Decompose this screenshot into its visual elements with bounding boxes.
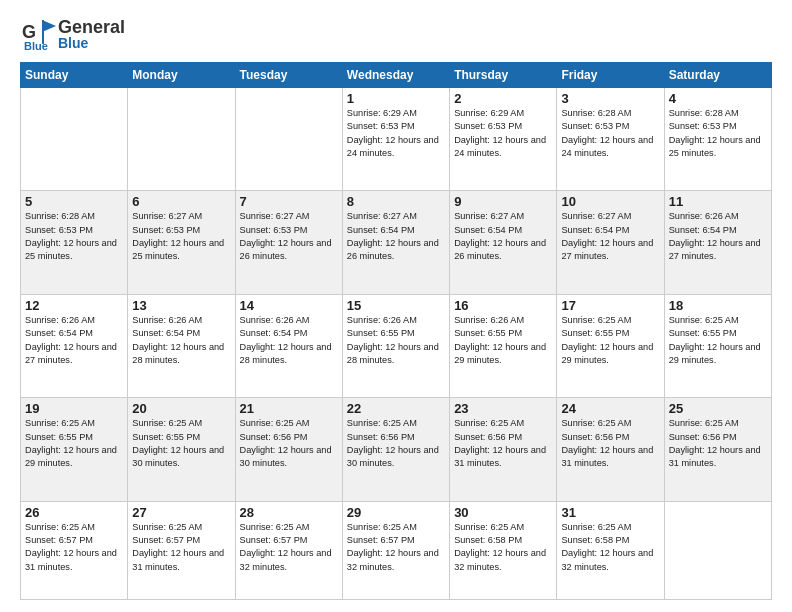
calendar-cell: 11Sunrise: 6:26 AM Sunset: 6:54 PM Dayli…	[664, 191, 771, 294]
weekday-header: Sunday	[21, 63, 128, 88]
day-number: 22	[347, 401, 445, 416]
calendar-cell: 17Sunrise: 6:25 AM Sunset: 6:55 PM Dayli…	[557, 294, 664, 397]
day-info: Sunrise: 6:28 AM Sunset: 6:53 PM Dayligh…	[669, 107, 767, 160]
logo-icon: G Blue	[20, 16, 56, 52]
calendar-week-row: 12Sunrise: 6:26 AM Sunset: 6:54 PM Dayli…	[21, 294, 772, 397]
calendar-cell: 24Sunrise: 6:25 AM Sunset: 6:56 PM Dayli…	[557, 398, 664, 501]
calendar-cell: 18Sunrise: 6:25 AM Sunset: 6:55 PM Dayli…	[664, 294, 771, 397]
day-info: Sunrise: 6:25 AM Sunset: 6:56 PM Dayligh…	[669, 417, 767, 470]
weekday-header: Wednesday	[342, 63, 449, 88]
day-info: Sunrise: 6:25 AM Sunset: 6:56 PM Dayligh…	[240, 417, 338, 470]
day-number: 25	[669, 401, 767, 416]
page: G Blue General Blue SundayMondayTuesdayW…	[0, 0, 792, 612]
calendar-cell	[21, 88, 128, 191]
weekday-header: Friday	[557, 63, 664, 88]
svg-text:Blue: Blue	[24, 40, 48, 52]
day-info: Sunrise: 6:25 AM Sunset: 6:56 PM Dayligh…	[561, 417, 659, 470]
day-info: Sunrise: 6:27 AM Sunset: 6:54 PM Dayligh…	[347, 210, 445, 263]
day-number: 29	[347, 505, 445, 520]
day-number: 9	[454, 194, 552, 209]
calendar-week-row: 1Sunrise: 6:29 AM Sunset: 6:53 PM Daylig…	[21, 88, 772, 191]
day-info: Sunrise: 6:26 AM Sunset: 6:54 PM Dayligh…	[25, 314, 123, 367]
day-number: 26	[25, 505, 123, 520]
day-number: 21	[240, 401, 338, 416]
day-info: Sunrise: 6:25 AM Sunset: 6:58 PM Dayligh…	[454, 521, 552, 574]
calendar-cell: 23Sunrise: 6:25 AM Sunset: 6:56 PM Dayli…	[450, 398, 557, 501]
day-info: Sunrise: 6:26 AM Sunset: 6:55 PM Dayligh…	[347, 314, 445, 367]
day-number: 1	[347, 91, 445, 106]
day-number: 19	[25, 401, 123, 416]
calendar-cell: 4Sunrise: 6:28 AM Sunset: 6:53 PM Daylig…	[664, 88, 771, 191]
day-number: 13	[132, 298, 230, 313]
calendar-cell: 3Sunrise: 6:28 AM Sunset: 6:53 PM Daylig…	[557, 88, 664, 191]
day-number: 30	[454, 505, 552, 520]
day-info: Sunrise: 6:26 AM Sunset: 6:54 PM Dayligh…	[669, 210, 767, 263]
day-number: 14	[240, 298, 338, 313]
day-number: 28	[240, 505, 338, 520]
day-number: 12	[25, 298, 123, 313]
day-info: Sunrise: 6:29 AM Sunset: 6:53 PM Dayligh…	[347, 107, 445, 160]
calendar-cell: 1Sunrise: 6:29 AM Sunset: 6:53 PM Daylig…	[342, 88, 449, 191]
calendar-cell: 13Sunrise: 6:26 AM Sunset: 6:54 PM Dayli…	[128, 294, 235, 397]
day-number: 11	[669, 194, 767, 209]
day-info: Sunrise: 6:26 AM Sunset: 6:54 PM Dayligh…	[240, 314, 338, 367]
calendar-cell: 7Sunrise: 6:27 AM Sunset: 6:53 PM Daylig…	[235, 191, 342, 294]
calendar-cell: 27Sunrise: 6:25 AM Sunset: 6:57 PM Dayli…	[128, 501, 235, 599]
day-number: 16	[454, 298, 552, 313]
calendar-cell: 10Sunrise: 6:27 AM Sunset: 6:54 PM Dayli…	[557, 191, 664, 294]
day-number: 6	[132, 194, 230, 209]
calendar-cell: 14Sunrise: 6:26 AM Sunset: 6:54 PM Dayli…	[235, 294, 342, 397]
day-number: 10	[561, 194, 659, 209]
day-info: Sunrise: 6:27 AM Sunset: 6:54 PM Dayligh…	[454, 210, 552, 263]
day-info: Sunrise: 6:25 AM Sunset: 6:55 PM Dayligh…	[669, 314, 767, 367]
calendar-cell: 31Sunrise: 6:25 AM Sunset: 6:58 PM Dayli…	[557, 501, 664, 599]
calendar-cell: 21Sunrise: 6:25 AM Sunset: 6:56 PM Dayli…	[235, 398, 342, 501]
calendar-cell: 5Sunrise: 6:28 AM Sunset: 6:53 PM Daylig…	[21, 191, 128, 294]
day-number: 5	[25, 194, 123, 209]
calendar-cell	[128, 88, 235, 191]
weekday-header: Monday	[128, 63, 235, 88]
day-number: 2	[454, 91, 552, 106]
calendar-header-row: SundayMondayTuesdayWednesdayThursdayFrid…	[21, 63, 772, 88]
header: G Blue General Blue	[20, 16, 772, 52]
day-info: Sunrise: 6:25 AM Sunset: 6:57 PM Dayligh…	[347, 521, 445, 574]
day-number: 8	[347, 194, 445, 209]
calendar-week-row: 5Sunrise: 6:28 AM Sunset: 6:53 PM Daylig…	[21, 191, 772, 294]
calendar-cell: 16Sunrise: 6:26 AM Sunset: 6:55 PM Dayli…	[450, 294, 557, 397]
calendar-week-row: 26Sunrise: 6:25 AM Sunset: 6:57 PM Dayli…	[21, 501, 772, 599]
day-info: Sunrise: 6:26 AM Sunset: 6:55 PM Dayligh…	[454, 314, 552, 367]
calendar-cell: 29Sunrise: 6:25 AM Sunset: 6:57 PM Dayli…	[342, 501, 449, 599]
day-info: Sunrise: 6:28 AM Sunset: 6:53 PM Dayligh…	[25, 210, 123, 263]
day-info: Sunrise: 6:27 AM Sunset: 6:53 PM Dayligh…	[132, 210, 230, 263]
calendar-cell: 12Sunrise: 6:26 AM Sunset: 6:54 PM Dayli…	[21, 294, 128, 397]
calendar-cell: 28Sunrise: 6:25 AM Sunset: 6:57 PM Dayli…	[235, 501, 342, 599]
day-info: Sunrise: 6:26 AM Sunset: 6:54 PM Dayligh…	[132, 314, 230, 367]
weekday-header: Thursday	[450, 63, 557, 88]
day-number: 27	[132, 505, 230, 520]
day-info: Sunrise: 6:25 AM Sunset: 6:55 PM Dayligh…	[132, 417, 230, 470]
calendar-cell: 30Sunrise: 6:25 AM Sunset: 6:58 PM Dayli…	[450, 501, 557, 599]
calendar-cell: 15Sunrise: 6:26 AM Sunset: 6:55 PM Dayli…	[342, 294, 449, 397]
day-number: 3	[561, 91, 659, 106]
day-info: Sunrise: 6:25 AM Sunset: 6:55 PM Dayligh…	[561, 314, 659, 367]
svg-text:G: G	[22, 22, 36, 42]
logo-blue: Blue	[58, 36, 125, 50]
calendar-cell: 26Sunrise: 6:25 AM Sunset: 6:57 PM Dayli…	[21, 501, 128, 599]
logo-general: General	[58, 18, 125, 36]
calendar-cell: 6Sunrise: 6:27 AM Sunset: 6:53 PM Daylig…	[128, 191, 235, 294]
day-number: 7	[240, 194, 338, 209]
day-info: Sunrise: 6:25 AM Sunset: 6:56 PM Dayligh…	[347, 417, 445, 470]
calendar-cell: 22Sunrise: 6:25 AM Sunset: 6:56 PM Dayli…	[342, 398, 449, 501]
calendar-week-row: 19Sunrise: 6:25 AM Sunset: 6:55 PM Dayli…	[21, 398, 772, 501]
day-info: Sunrise: 6:28 AM Sunset: 6:53 PM Dayligh…	[561, 107, 659, 160]
calendar-cell: 20Sunrise: 6:25 AM Sunset: 6:55 PM Dayli…	[128, 398, 235, 501]
day-info: Sunrise: 6:27 AM Sunset: 6:53 PM Dayligh…	[240, 210, 338, 263]
day-number: 15	[347, 298, 445, 313]
day-info: Sunrise: 6:27 AM Sunset: 6:54 PM Dayligh…	[561, 210, 659, 263]
day-info: Sunrise: 6:25 AM Sunset: 6:57 PM Dayligh…	[240, 521, 338, 574]
weekday-header: Tuesday	[235, 63, 342, 88]
calendar-cell: 9Sunrise: 6:27 AM Sunset: 6:54 PM Daylig…	[450, 191, 557, 294]
day-info: Sunrise: 6:29 AM Sunset: 6:53 PM Dayligh…	[454, 107, 552, 160]
weekday-header: Saturday	[664, 63, 771, 88]
day-info: Sunrise: 6:25 AM Sunset: 6:58 PM Dayligh…	[561, 521, 659, 574]
